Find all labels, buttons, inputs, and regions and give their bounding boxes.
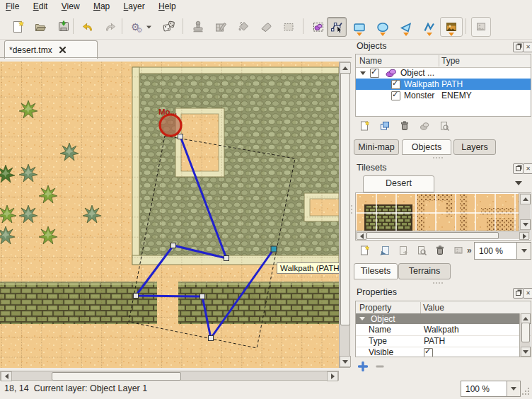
insert-image-button[interactable]	[471, 17, 491, 37]
tileset-zoom-dropdown[interactable]	[516, 242, 531, 260]
add-property-button[interactable]	[357, 360, 369, 373]
path-vertex-handle[interactable]	[224, 256, 229, 261]
object-layer-row[interactable]: Object ...	[356, 67, 531, 79]
toolbar-overflow-chevron[interactable]: »	[467, 245, 472, 255]
remove-property-button[interactable]	[374, 360, 386, 373]
checkbox-checked-icon[interactable]	[424, 348, 433, 357]
checkbox-checked-icon[interactable]	[391, 80, 400, 89]
document-tab[interactable]: *desert.tmx	[4, 40, 98, 59]
move-objects-button[interactable]	[417, 118, 432, 134]
property-row-type[interactable]: Type PATH	[356, 335, 531, 347]
close-panel-icon[interactable]: ✕	[523, 42, 532, 52]
import-tileset-button[interactable]	[377, 243, 393, 258]
menu-file[interactable]: File	[0, 0, 25, 13]
scroll-down-button[interactable]	[340, 356, 351, 367]
open-button[interactable]	[31, 17, 51, 37]
resize-grip-icon[interactable]	[522, 388, 531, 396]
path-vertex-handle-selected[interactable]	[271, 246, 277, 252]
scroll-right-button[interactable]	[519, 232, 529, 240]
tab-minimap[interactable]: Mini-map	[354, 139, 399, 155]
path-vertex-handle[interactable]	[134, 294, 139, 299]
scroll-up-button[interactable]	[521, 313, 531, 323]
add-object-layer-button[interactable]	[357, 118, 373, 134]
map-zoom-dropdown[interactable]	[507, 381, 521, 397]
tab-terrains[interactable]: Terrains	[398, 263, 451, 279]
tileset-image[interactable]	[357, 194, 519, 231]
insert-polygon-button[interactable]	[396, 17, 416, 37]
property-row-name[interactable]: Name Walkpath	[356, 324, 531, 336]
expander-icon[interactable]	[359, 317, 365, 320]
close-panel-icon[interactable]: ✕	[523, 288, 532, 299]
scroll-left-button[interactable]	[1, 371, 12, 381]
path-vertex-handle[interactable]	[200, 294, 205, 299]
property-row-visible[interactable]: Visible	[356, 347, 531, 357]
map-vscrollbar[interactable]	[339, 62, 350, 368]
float-panel-icon[interactable]	[513, 42, 524, 52]
redo-button[interactable]	[100, 17, 120, 37]
path-vertex-handle[interactable]	[178, 134, 183, 139]
map-canvas[interactable]: Mo...	[0, 62, 339, 368]
tileset-list-dropdown-icon[interactable]	[515, 181, 522, 185]
insert-ellipse-button[interactable]	[373, 17, 393, 37]
new-button[interactable]	[8, 17, 28, 37]
insert-rectangle-button[interactable]	[349, 17, 369, 37]
float-panel-icon[interactable]	[513, 288, 524, 299]
select-objects-button[interactable]	[308, 17, 328, 37]
property-value[interactable]: PATH	[424, 336, 445, 346]
properties-vscrollbar[interactable]	[519, 313, 530, 357]
monster-object-circle[interactable]	[160, 115, 181, 136]
object-properties-button[interactable]	[436, 118, 452, 134]
tileset-image-button[interactable]	[451, 243, 466, 258]
dock-splitter[interactable]	[351, 205, 352, 214]
terrain-brush-button[interactable]	[211, 17, 231, 37]
scroll-right-button[interactable]	[327, 371, 338, 381]
tileset-properties-button[interactable]	[414, 243, 429, 258]
hscroll-thumb[interactable]	[52, 372, 181, 381]
path-vertex-handle[interactable]	[209, 336, 214, 341]
path-vertex-handle[interactable]	[171, 243, 176, 248]
undo-button[interactable]	[78, 17, 98, 37]
tileset-zoom-combo[interactable]: 100 %	[474, 242, 522, 260]
eraser-button[interactable]	[256, 17, 276, 37]
tileset-tab-desert[interactable]: Desert	[363, 175, 434, 192]
scroll-down-button[interactable]	[521, 347, 531, 357]
new-tileset-button[interactable]	[357, 243, 373, 258]
menu-help[interactable]: Help	[153, 0, 182, 13]
rect-select-button[interactable]	[279, 17, 299, 37]
float-panel-icon[interactable]	[513, 163, 524, 174]
tileset-view[interactable]	[355, 192, 531, 241]
vscroll-thumb[interactable]	[340, 73, 350, 325]
bucket-fill-button[interactable]	[233, 17, 253, 37]
tab-objects[interactable]: Objects	[402, 139, 451, 155]
scroll-left-button[interactable]	[357, 232, 366, 240]
properties-table[interactable]: Property Value Object Name Walkpath Type…	[355, 301, 531, 357]
save-button[interactable]	[54, 17, 74, 37]
commands-button[interactable]: ⚙⚙	[127, 17, 156, 37]
hscroll-thumb[interactable]	[366, 232, 499, 239]
duplicate-object-button[interactable]	[377, 118, 393, 134]
vscroll-thumb[interactable]	[521, 323, 530, 342]
export-tileset-button[interactable]	[395, 243, 411, 258]
close-panel-icon[interactable]: ✕	[523, 163, 532, 174]
insert-polyline-button[interactable]	[420, 17, 439, 37]
map-hscrollbar[interactable]	[0, 371, 339, 381]
tileset-vscrollbar[interactable]	[519, 193, 530, 231]
expander-icon[interactable]	[360, 71, 366, 75]
menu-layer[interactable]: Layer	[118, 0, 151, 13]
stamp-brush-button[interactable]	[188, 17, 208, 37]
tab-tilesets[interactable]: Tilesets	[354, 263, 398, 279]
tab-close-icon[interactable]	[58, 45, 67, 54]
scroll-up-button[interactable]	[340, 62, 351, 74]
remove-object-button[interactable]	[397, 118, 412, 134]
scroll-up-button[interactable]	[520, 194, 531, 204]
menu-edit[interactable]: Edit	[28, 0, 54, 13]
objects-table[interactable]: Name Type Object ... Walkpath PATH Monst…	[355, 54, 531, 117]
menu-map[interactable]: Map	[88, 0, 115, 13]
dock-handle[interactable]	[433, 282, 443, 284]
walkpath-row[interactable]: Walkpath PATH	[356, 79, 531, 90]
tileset-hscrollbar[interactable]	[356, 231, 530, 239]
menu-view[interactable]: View	[56, 0, 86, 13]
scroll-down-button[interactable]	[520, 219, 531, 230]
checkbox-checked-icon[interactable]	[370, 69, 379, 78]
property-group-object[interactable]: Object	[356, 313, 531, 324]
